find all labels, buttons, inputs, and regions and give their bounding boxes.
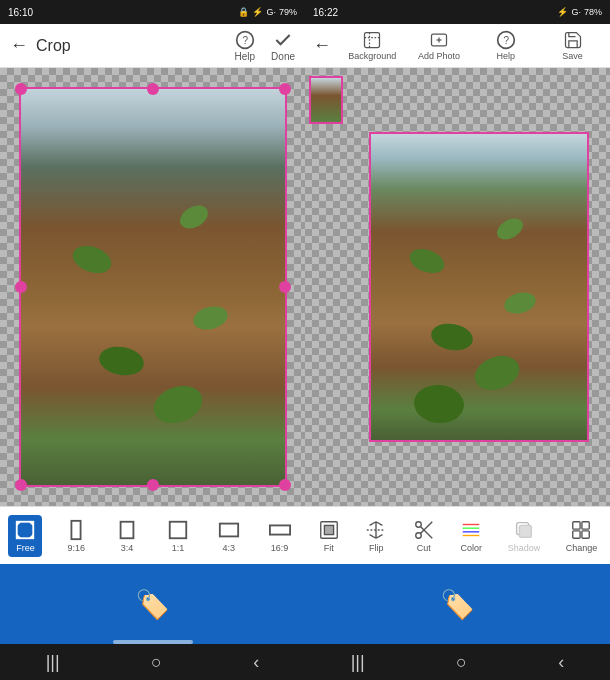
save-button[interactable]: Save [543,30,602,61]
help-button[interactable]: ? Help [235,30,256,62]
ratio-11-icon [167,519,189,541]
shadow-icon [513,519,535,541]
right-panel: 16:22 ⚡ G· 78% ← Background Add Photo [305,0,610,680]
svg-rect-26 [519,525,531,537]
leaf-decoration [97,343,146,378]
nav-menu-right[interactable]: ||| [351,652,365,673]
save-icon [563,30,583,50]
right-time: 16:22 [313,7,338,18]
cut-button[interactable]: Cut [413,519,435,553]
svg-text:?: ? [242,35,248,46]
ratio-43-icon [218,519,240,541]
svg-rect-3 [72,520,81,538]
leaf-decoration [190,303,230,333]
ratio-169-icon [269,519,291,541]
left-panel: 16:10 🔒 ⚡ G· 79% ← Crop ? Help Done [0,0,305,680]
left-status-bar: 16:10 🔒 ⚡ G· 79% [0,0,305,24]
left-title: Crop [36,37,235,55]
shadow-button[interactable]: Shadow [508,519,541,553]
left-back-button[interactable]: ← [10,35,28,56]
right-status-icons: ⚡ G· 78% [557,7,602,17]
right-photo-area [347,68,610,506]
svg-rect-29 [573,530,580,537]
fit-button[interactable]: Fit [318,519,340,553]
flip-icon [365,519,387,541]
svg-rect-5 [170,521,187,538]
ratio-4-3[interactable]: 4:3 [212,515,246,557]
leaf-decoration [148,380,207,430]
svg-rect-15 [324,525,333,534]
svg-rect-27 [573,521,580,528]
ratio-free[interactable]: Free [8,515,42,557]
nav-home-left[interactable]: ○ [151,652,162,673]
crop-canvas [0,68,305,506]
change-icon [570,519,592,541]
crop-tree-image [19,87,287,487]
add-photo-button[interactable]: Add Photo [410,30,469,61]
left-status-icons: 🔒 ⚡ G· 79% [238,7,297,17]
svg-rect-6 [220,523,238,536]
svg-rect-8 [365,33,380,48]
leaf-decoration [176,201,212,233]
leaf-decoration [69,241,115,278]
svg-point-18 [415,532,421,538]
help-icon: ? [235,30,255,50]
layer-thumbnail[interactable] [309,76,343,124]
right-main-area [305,68,610,506]
left-toolbar-right: ? Help Done [235,30,295,62]
svg-rect-30 [582,530,589,537]
svg-rect-7 [269,525,289,534]
ratio-1-1[interactable]: 1:1 [161,515,195,557]
ratio-16-9[interactable]: 16:9 [263,515,297,557]
left-nav-bar: ||| ○ ‹ [0,644,305,680]
scissors-icon [413,519,435,541]
background-icon [362,30,382,50]
right-status-bar: 16:22 ⚡ G· 78% [305,0,610,24]
color-icon [460,519,482,541]
leaf [412,383,465,425]
leaf [429,320,475,353]
add-photo-icon [429,30,449,50]
right-toolbar: ← Background Add Photo ? Help [305,24,610,68]
svg-rect-2 [17,521,34,538]
right-bottom-preview: 🏷️ [305,564,610,644]
checkmark-icon [273,30,293,50]
leaf [470,350,524,396]
right-nav-bar: ||| ○ ‹ [305,644,610,680]
left-time: 16:10 [8,7,33,18]
right-main-photo[interactable] [369,132,589,442]
svg-point-17 [415,521,421,527]
ratio-3-4[interactable]: 3:4 [110,515,144,557]
ratio-9-16[interactable]: 9:16 [59,515,93,557]
background-button[interactable]: Background [343,30,402,61]
right-back-button[interactable]: ← [313,35,331,56]
change-button[interactable]: Change [566,519,598,553]
ratio-free-icon [14,519,36,541]
right-help-icon: ? [496,30,516,50]
nav-back-left[interactable]: ‹ [253,652,259,673]
leaf [502,289,538,317]
right-sidebar-strip [305,68,347,506]
crop-image-wrapper [19,87,287,487]
leaf [493,214,526,244]
ratio-916-icon [65,519,87,541]
nav-menu-left[interactable]: ||| [46,652,60,673]
left-bottom-preview: 🏷️ [0,564,305,644]
nav-back-right[interactable]: ‹ [558,652,564,673]
right-bottom-tools: Fit Flip Cut [305,506,610,564]
svg-rect-28 [582,521,589,528]
svg-rect-4 [121,521,134,538]
left-toolbar: ← Crop ? Help Done [0,24,305,68]
ratio-34-icon [116,519,138,541]
left-preview-icon: 🏷️ [135,588,170,621]
right-preview-icon: 🏷️ [440,588,475,621]
right-help-button[interactable]: ? Help [477,30,536,61]
right-tree-image [371,134,587,440]
crop-ratio-bar: Free 9:16 3:4 1:1 4:3 [0,506,305,564]
color-button[interactable]: Color [460,519,482,553]
nav-home-right[interactable]: ○ [456,652,467,673]
svg-text:?: ? [503,35,509,46]
flip-button[interactable]: Flip [365,519,387,553]
done-button[interactable]: Done [271,30,295,62]
fit-icon [318,519,340,541]
